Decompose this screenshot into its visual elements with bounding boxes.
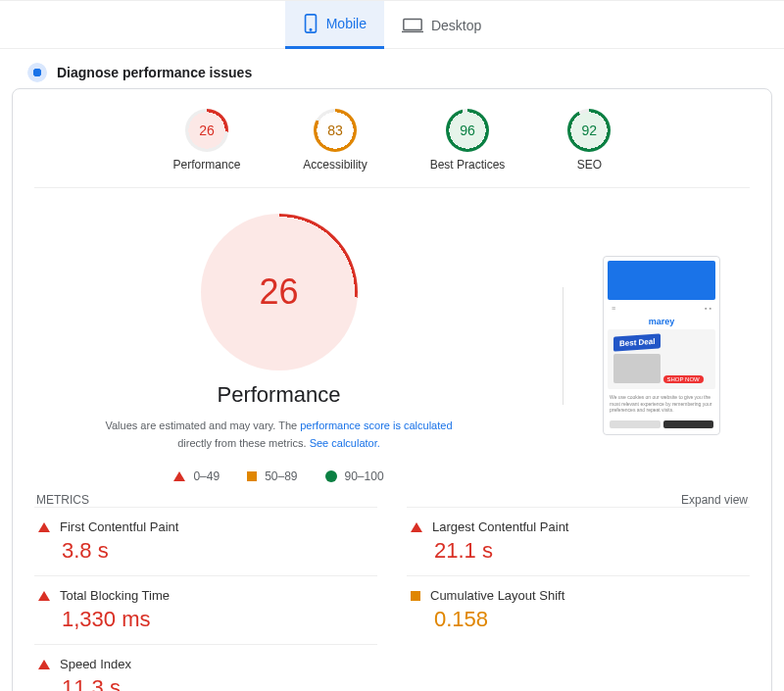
metric-value: 1,330 ms [38,607,373,632]
triangle-red-icon [411,522,422,532]
gauge-row: 26Performance83Accessibility96Best Pract… [34,109,750,188]
tab-mobile[interactable]: Mobile [285,1,384,49]
preview-menu-row: ≡▪ ▪ [608,303,715,314]
preview-product [613,354,661,383]
score-note: Values are estimated and may vary. The p… [34,418,523,452]
metric-value: 21.1 s [411,538,746,564]
metrics-header: METRICS Expand view [34,493,750,507]
diagnose-icon [27,63,47,82]
link-score-calc[interactable]: performance score is calculated [300,420,452,431]
note-text-2: directly from these metrics. [177,437,309,449]
legend-orange-icon [247,471,257,481]
preview-hero: Best Deal SHOP NOW [608,329,715,389]
triangle-red-icon [38,591,50,601]
metric-first-contentful-paint: First Contentful Paint 3.8 s [34,507,377,575]
note-text: Values are estimated and may vary. The [105,420,300,431]
gauge-label: Performance [173,158,241,172]
report-card: 26Performance83Accessibility96Best Pract… [12,88,772,691]
metric-value: 11.3 s [38,675,373,691]
gauge-seo[interactable]: 92SEO [567,109,611,172]
tab-mobile-label: Mobile [326,16,367,31]
gauge-label: Best Practices [430,158,506,172]
metric-largest-contentful-paint: Largest Contentful Paint 21.1 s [407,507,750,575]
section-header: Diagnose performance issues [0,49,784,88]
metric-value: 3.8 s [38,538,373,564]
gauge-performance[interactable]: 26Performance [173,109,241,172]
metric-value: 0.158 [411,607,746,632]
preview-cookie-buttons [608,419,715,430]
performance-heading: Performance [34,382,523,408]
tab-desktop-label: Desktop [431,18,481,33]
performance-detail: 26 Performance Values are estimated and … [34,188,750,691]
legend-green-label: 90–100 [345,469,384,483]
metric-name: Cumulative Layout Shift [430,588,564,603]
score-legend: 0–49 50–89 90–100 [34,469,523,483]
metric-speed-index: Speed Index 11.3 s [34,644,377,691]
metrics-label: METRICS [36,493,89,507]
device-tabs: Mobile Desktop [0,0,784,49]
preview-fineprint: We use cookies on our website to give yo… [608,392,715,416]
legend-green-icon [325,470,337,482]
svg-rect-2 [404,19,421,29]
link-see-calculator[interactable]: See calculator. [310,437,380,449]
preview-header [608,261,715,300]
section-title: Diagnose performance issues [57,65,252,80]
gauge-performance-large: 26 [34,214,523,370]
tab-desktop[interactable]: Desktop [384,1,499,49]
preview-badge: Best Deal [613,334,661,352]
gauge-accessibility[interactable]: 83Accessibility [303,109,367,172]
performance-summary: 26 Performance Values are estimated and … [34,208,523,483]
page-preview: ≡▪ ▪ marey Best Deal SHOP NOW We use coo… [603,256,720,435]
vertical-separator [563,287,564,405]
triangle-red-icon [38,522,50,532]
metric-name: Total Blocking Time [60,588,170,603]
gauge-label: SEO [577,158,602,172]
legend-red-icon [173,471,185,481]
metrics-grid: First Contentful Paint 3.8 sLargest Cont… [34,507,750,691]
metric-name: Speed Index [60,657,131,671]
square-orange-icon [411,591,420,601]
metric-name: First Contentful Paint [60,519,178,534]
metric-cumulative-layout-shift: Cumulative Layout Shift 0.158 [407,575,750,644]
desktop-icon [402,16,423,35]
legend-orange-label: 50–89 [265,469,297,483]
metric-name: Largest Contentful Paint [432,519,568,534]
triangle-red-icon [38,660,50,669]
gauge-label: Accessibility [303,158,367,172]
metric-total-blocking-time: Total Blocking Time 1,330 ms [34,575,377,644]
preview-cta: SHOP NOW [663,375,704,383]
expand-view[interactable]: Expand view [681,493,748,507]
legend-red-label: 0–49 [193,469,220,483]
preview-brand: marey [608,317,715,326]
svg-point-1 [310,29,311,30]
mobile-icon [303,14,318,33]
gauge-best-practices[interactable]: 96Best Practices [430,109,506,172]
